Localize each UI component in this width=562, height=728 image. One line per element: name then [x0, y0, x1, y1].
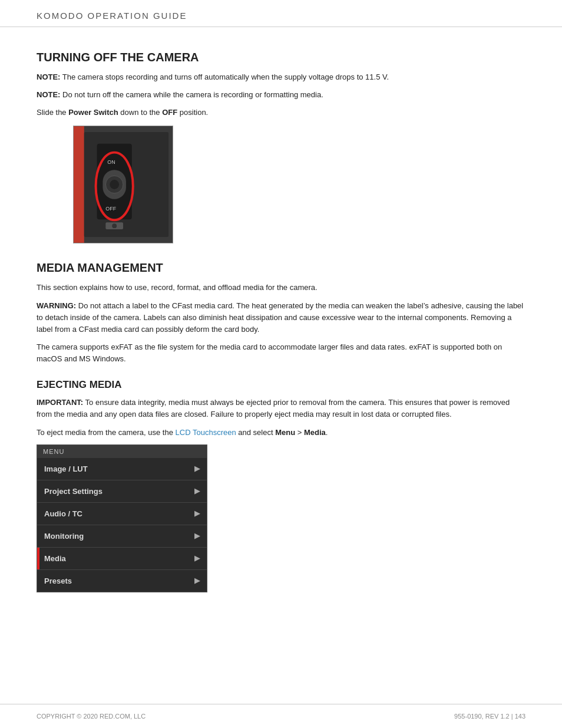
instruction-post: position. — [177, 108, 208, 117]
menu-item-arrow: ▶ — [194, 554, 200, 562]
menu-item-label: Monitoring — [44, 532, 84, 541]
off-label: OFF — [162, 108, 177, 117]
media-label: Media — [304, 428, 326, 437]
turning-off-heading: TURNING OFF THE CAMERA — [37, 51, 525, 64]
menu-label: Menu — [275, 428, 295, 437]
important-text: To ensure data integrity, media must alw… — [37, 398, 510, 419]
page-header: KOMODO OPERATION GUIDE — [0, 0, 562, 27]
menu-item-arrow: ▶ — [194, 487, 200, 495]
menu-screenshot: MENU Image / LUT▶Project Settings▶Audio … — [37, 444, 207, 592]
camera-image: ON OFF — [73, 126, 173, 243]
menu-item-arrow: ▶ — [194, 577, 200, 585]
svg-text:ON: ON — [107, 160, 115, 166]
eject-arrow: > — [295, 428, 304, 437]
media-intro: This section explains how to use, record… — [37, 282, 525, 294]
important-label: IMPORTANT: — [37, 398, 83, 407]
document-title: KOMODO OPERATION GUIDE — [37, 11, 187, 21]
page: KOMODO OPERATION GUIDE TURNING OFF THE C… — [0, 0, 562, 728]
warning-paragraph: WARNING: Do not attach a label to the CF… — [37, 300, 525, 335]
menu-item-monitoring: Monitoring▶ — [37, 525, 207, 548]
exfat-paragraph: The camera supports exFAT as the file sy… — [37, 341, 525, 365]
menu-item-label: Media — [44, 554, 66, 563]
lcd-touchscreen-link[interactable]: LCD Touchscreen — [176, 428, 236, 437]
main-content: TURNING OFF THE CAMERA NOTE: The camera … — [0, 27, 562, 704]
note1-label: NOTE: — [37, 73, 60, 81]
menu-item-arrow: ▶ — [194, 509, 200, 518]
menu-item-label: Image / LUT — [44, 465, 88, 473]
menu-item-label: Audio / TC — [44, 509, 82, 518]
eject-mid: and select — [236, 428, 276, 437]
note2-paragraph: NOTE: Do not turn off the camera while t… — [37, 89, 525, 101]
menu-header-bar: MENU — [37, 445, 207, 458]
eject-instruction: To eject media from the camera, use the … — [37, 427, 525, 439]
footer-right: 955-0190, REV 1.2 | 143 — [454, 713, 525, 720]
svg-rect-2 — [74, 127, 84, 243]
menu-item-image---lut: Image / LUT▶ — [37, 458, 207, 480]
menu-item-arrow: ▶ — [194, 465, 200, 473]
menu-item-arrow: ▶ — [194, 532, 200, 540]
svg-point-12 — [112, 224, 117, 229]
menu-item-project-settings: Project Settings▶ — [37, 480, 207, 503]
menu-items-list: Image / LUT▶Project Settings▶Audio / TC▶… — [37, 458, 207, 592]
svg-point-8 — [110, 180, 119, 190]
ejecting-media-heading: EJECTING MEDIA — [37, 379, 525, 391]
menu-item-presets: Presets▶ — [37, 570, 207, 592]
power-switch-label: Power Switch — [68, 108, 118, 117]
media-management-heading: MEDIA MANAGEMENT — [37, 261, 525, 275]
important-paragraph: IMPORTANT: To ensure data integrity, med… — [37, 397, 525, 420]
note2-label: NOTE: — [37, 90, 60, 99]
footer-left: COPYRIGHT © 2020 RED.COM, LLC — [37, 713, 146, 720]
camera-svg: ON OFF — [74, 126, 173, 243]
note1-paragraph: NOTE: The camera stops recording and tur… — [37, 71, 525, 83]
note2-text: Do not turn off the camera while the cam… — [60, 90, 323, 99]
camera-image-container: ON OFF — [73, 126, 173, 243]
warning-label: WARNING: — [37, 301, 76, 310]
menu-item-label: Project Settings — [44, 487, 103, 496]
note1-text: The camera stops recording and turns off… — [60, 73, 389, 81]
menu-item-label: Presets — [44, 577, 72, 585]
page-footer: COPYRIGHT © 2020 RED.COM, LLC 955-0190, … — [0, 704, 562, 728]
instruction-mid: down to the — [118, 108, 162, 117]
menu-item-media: Media▶ — [37, 548, 207, 570]
eject-post: . — [326, 428, 328, 437]
svg-text:OFF: OFF — [105, 206, 116, 212]
instruction-pre: Slide the — [37, 108, 68, 117]
instruction-paragraph: Slide the Power Switch down to the OFF p… — [37, 107, 525, 118]
warning-text: Do not attach a label to the CFast media… — [37, 301, 523, 334]
menu-item-audio---tc: Audio / TC▶ — [37, 503, 207, 525]
eject-pre: To eject media from the camera, use the — [37, 428, 176, 437]
